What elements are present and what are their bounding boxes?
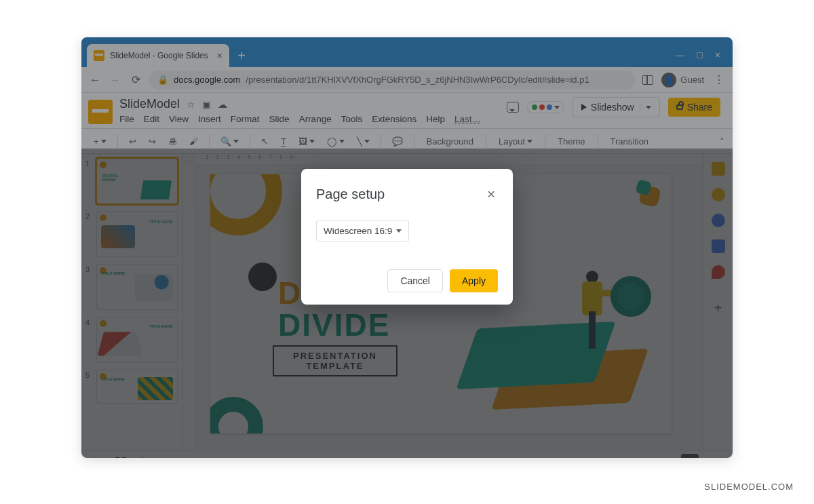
cancel-button[interactable]: Cancel (387, 269, 443, 292)
aspect-ratio-select[interactable]: Widescreen 16:9 (316, 220, 409, 242)
watermark: SLIDEMODEL.COM (704, 482, 794, 492)
browser-window: SlideModel - Google Slides × + — □ × ← →… (81, 37, 733, 458)
page-setup-dialog: Page setup × Widescreen 16:9 Cancel Appl… (301, 169, 513, 305)
aspect-ratio-value: Widescreen 16:9 (324, 226, 392, 236)
dialog-close-icon[interactable]: × (484, 184, 498, 205)
dialog-title: Page setup (316, 187, 385, 202)
apply-button[interactable]: Apply (450, 269, 498, 292)
chevron-down-icon (396, 229, 402, 233)
